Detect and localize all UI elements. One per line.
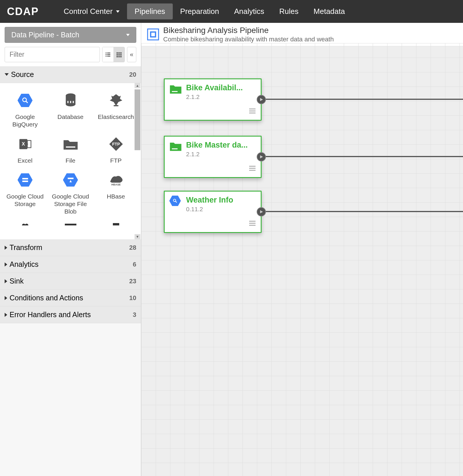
- pipeline-subtitle: Combine bikesharing availability with ma…: [163, 36, 334, 43]
- svg-rect-0: [106, 52, 107, 53]
- category-count: 3: [133, 311, 136, 319]
- node-bike-availability[interactable]: Bike Availabil... 2.1.2: [164, 78, 262, 121]
- pipeline-icon: [147, 28, 159, 41]
- source-database[interactable]: Database: [48, 89, 93, 131]
- source-excel[interactable]: X Excel: [3, 133, 47, 167]
- svg-text:HBASE: HBASE: [111, 183, 121, 186]
- source-icon: [16, 223, 34, 225]
- main-nav: Control Center Pipelines Preparation Ana…: [56, 3, 352, 19]
- ftp-icon: FTP: [107, 135, 125, 153]
- svg-point-15: [23, 98, 26, 102]
- menu-icon: [249, 109, 256, 114]
- source-label: Google BigQuery: [4, 113, 46, 128]
- source-item-partial[interactable]: [3, 220, 47, 225]
- collapse-sidebar-button[interactable]: «: [127, 47, 137, 62]
- chevron-right-icon: [5, 313, 7, 317]
- category-label: Conditions and Actions: [10, 294, 83, 302]
- sidebar: Data Pipeline - Batch « Source: [0, 23, 141, 476]
- node-output-port[interactable]: [257, 207, 266, 216]
- svg-line-52: [176, 201, 177, 203]
- svg-rect-11: [120, 54, 122, 56]
- category-count: 6: [133, 261, 136, 268]
- source-google-cloud-storage-file-blob[interactable]: Google Cloud Storage File Blob: [48, 168, 93, 218]
- svg-rect-47: [249, 166, 256, 167]
- category-errors-header[interactable]: Error Handlers and Alerts 3: [0, 306, 141, 323]
- nav-label: Rules: [279, 7, 298, 16]
- scroll-down-button[interactable]: ▼: [135, 234, 140, 239]
- source-ftp[interactable]: FTP FTP: [94, 133, 138, 167]
- source-item-partial[interactable]: [94, 220, 138, 225]
- source-hbase[interactable]: HBASE HBase: [94, 168, 138, 218]
- svg-rect-48: [249, 168, 256, 169]
- nav-preparation[interactable]: Preparation: [173, 3, 227, 19]
- nav-metadata[interactable]: Metadata: [306, 3, 352, 19]
- nav-rules[interactable]: Rules: [272, 3, 306, 19]
- nav-label: Metadata: [314, 7, 345, 16]
- nav-control-center[interactable]: Control Center: [56, 3, 127, 19]
- node-menu-button[interactable]: [249, 164, 256, 173]
- nav-label: Pipelines: [135, 7, 165, 16]
- nav-analytics[interactable]: Analytics: [227, 3, 272, 19]
- svg-rect-40: [151, 33, 155, 36]
- nav-label: Control Center: [64, 7, 113, 16]
- svg-rect-30: [22, 178, 28, 179]
- node-output-port[interactable]: [257, 95, 266, 104]
- source-file[interactable]: File: [48, 133, 93, 167]
- source-label: Google Cloud Storage: [4, 193, 46, 208]
- bigquery-icon: [169, 196, 182, 208]
- category-transform-header[interactable]: Transform 28: [0, 239, 141, 256]
- svg-rect-53: [249, 221, 256, 222]
- category-count: 20: [129, 71, 136, 78]
- database-icon: [62, 92, 79, 109]
- node-menu-button[interactable]: [249, 219, 256, 228]
- nav-pipelines[interactable]: Pipelines: [127, 3, 173, 19]
- svg-rect-4: [106, 56, 107, 56]
- category-count: 10: [129, 294, 136, 302]
- canvas-header: Bikesharing Analysis Pipeline Combine bi…: [141, 23, 463, 46]
- category-source-header[interactable]: Source 20: [0, 66, 141, 83]
- menu-icon: [249, 221, 256, 226]
- node-weather-info[interactable]: Weather Info 0.11.2: [164, 191, 262, 233]
- source-google-cloud-storage[interactable]: Google Cloud Storage: [3, 168, 47, 218]
- svg-marker-50: [260, 155, 263, 158]
- edge: [263, 156, 463, 157]
- grid-view-button[interactable]: [113, 47, 124, 62]
- gcs-icon: [16, 171, 34, 189]
- svg-rect-1: [107, 52, 110, 53]
- svg-rect-12: [116, 56, 118, 57]
- scrollbar-thumb[interactable]: [135, 89, 140, 150]
- svg-rect-27: [66, 146, 75, 148]
- list-view-button[interactable]: [102, 47, 113, 62]
- svg-text:X: X: [22, 141, 25, 146]
- pipeline-type-select[interactable]: Data Pipeline - Batch: [5, 27, 136, 43]
- svg-rect-6: [116, 52, 118, 54]
- chevron-down-icon: [126, 34, 130, 36]
- node-bike-master-data[interactable]: Bike Master da... 2.1.2: [164, 136, 262, 178]
- category-analytics-header[interactable]: Analytics 6: [0, 256, 141, 273]
- node-menu-button[interactable]: [249, 107, 256, 116]
- svg-rect-44: [249, 113, 256, 113]
- source-item-partial[interactable]: [48, 220, 93, 225]
- source-elasticsearch[interactable]: Elasticsearch: [94, 89, 138, 131]
- chevron-left-icon: «: [130, 51, 133, 58]
- pipeline-type-label: Data Pipeline - Batch: [11, 31, 79, 39]
- svg-rect-20: [70, 101, 71, 103]
- svg-rect-13: [118, 56, 120, 57]
- category-conditions-header[interactable]: Conditions and Actions 10: [0, 290, 141, 306]
- source-google-bigquery[interactable]: Google BigQuery: [3, 89, 47, 131]
- gcs-blob-icon: [62, 171, 79, 189]
- category-count: 23: [129, 277, 136, 285]
- category-sink-header[interactable]: Sink 23: [0, 273, 141, 290]
- svg-rect-19: [67, 101, 68, 103]
- node-version: 2.1.2: [186, 151, 248, 158]
- category-label: Error Handlers and Alerts: [10, 310, 91, 319]
- app-logo: CDAP: [7, 5, 39, 18]
- pipeline-canvas[interactable]: Bikesharing Analysis Pipeline Combine bi…: [141, 23, 463, 476]
- chevron-down-icon: [5, 73, 9, 76]
- filter-input[interactable]: [5, 47, 100, 62]
- scroll-up-button[interactable]: ▲: [135, 83, 140, 88]
- svg-rect-7: [118, 52, 120, 54]
- source-label: Elasticsearch: [98, 113, 134, 121]
- node-output-port[interactable]: [257, 152, 266, 161]
- play-icon: [259, 98, 263, 102]
